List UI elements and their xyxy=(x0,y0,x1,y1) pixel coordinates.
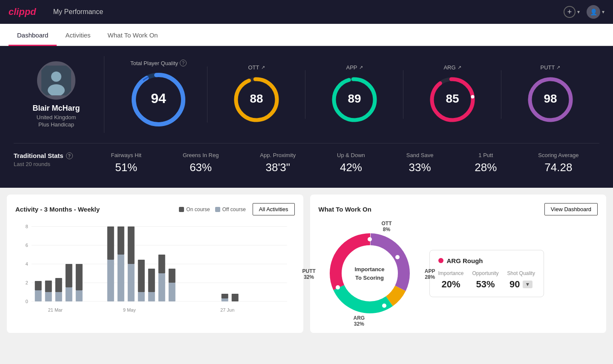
app-value: 89 xyxy=(348,92,361,105)
app-gauge-svg: 89 xyxy=(329,74,380,125)
tpq-info-icon[interactable]: ? xyxy=(180,60,187,66)
hero-section: Blair McHarg United Kingdom Plus Handica… xyxy=(0,46,613,188)
svg-rect-43 xyxy=(148,292,155,301)
stat-sandsave: Sand Save 33% xyxy=(406,152,434,174)
svg-point-63 xyxy=(336,285,340,289)
svg-rect-45 xyxy=(158,273,165,301)
svg-text:6: 6 xyxy=(26,243,28,248)
svg-rect-32 xyxy=(66,264,72,287)
svg-rect-40 xyxy=(128,226,135,264)
tab-dashboard[interactable]: Dashboard xyxy=(9,24,57,46)
stat-sandsave-value: 33% xyxy=(409,161,431,174)
stat-proximity: App. Proximity 38'3" xyxy=(260,152,296,174)
gauge-ott: OTT ↗ 88 xyxy=(207,64,305,125)
arg-importance-label: Importance xyxy=(438,270,464,276)
svg-rect-29 xyxy=(55,292,62,301)
segment-label-app: APP 28% xyxy=(425,268,435,280)
divider-vertical xyxy=(104,56,104,133)
donut-chart-container: Importance To Scoring OTT 8% APP 28% xyxy=(319,222,421,324)
user-menu-button[interactable]: 👤 ▾ xyxy=(587,5,604,19)
chart-legend: On course Off course xyxy=(179,206,246,212)
arg-metrics: Importance 20% Opportunity 53% Shot Qual… xyxy=(438,270,535,290)
gauge-arg: ARG ↗ 85 xyxy=(403,64,501,125)
stats-subtitle: Last 20 rounds xyxy=(14,161,90,167)
stat-updown: Up & Down 42% xyxy=(337,152,365,174)
stat-updown-label: Up & Down xyxy=(337,152,365,158)
svg-rect-34 xyxy=(76,264,83,290)
tpq-gauge-svg: 94 xyxy=(129,70,188,129)
player-country: United Kingdom xyxy=(37,114,76,120)
putt-trend-icon: ↗ xyxy=(556,65,560,70)
stat-1putt: 1 Putt 28% xyxy=(475,152,497,174)
svg-rect-48 xyxy=(169,269,176,283)
app-header: clippd My Performance + ▾ 👤 ▾ xyxy=(0,0,613,24)
stat-updown-value: 42% xyxy=(340,161,362,174)
plus-icon: + xyxy=(564,6,576,18)
svg-rect-47 xyxy=(169,283,176,301)
segment-label-arg: ARG 32% xyxy=(354,315,365,327)
svg-rect-46 xyxy=(158,255,165,273)
putt-label: PUTT ↗ xyxy=(541,64,561,71)
svg-rect-33 xyxy=(76,290,83,301)
svg-rect-30 xyxy=(55,278,62,292)
svg-text:0: 0 xyxy=(26,299,28,304)
arg-label: ARG ↗ xyxy=(443,64,461,71)
svg-rect-52 xyxy=(232,294,239,301)
stat-1putt-value: 28% xyxy=(475,161,497,174)
stats-title: Traditional Stats ? xyxy=(14,152,90,159)
svg-rect-44 xyxy=(148,269,155,292)
arg-shotquality-badge: ▼ xyxy=(523,281,533,288)
player-avatar xyxy=(37,61,75,100)
app-logo: clippd xyxy=(9,6,36,17)
stat-1putt-label: 1 Putt xyxy=(478,152,493,158)
arg-metric-shotquality: Shot Quality 90 ▼ xyxy=(507,270,535,290)
svg-rect-26 xyxy=(35,281,42,290)
legend-off-course-dot xyxy=(215,207,220,212)
arg-opportunity-value: 53% xyxy=(476,279,495,290)
svg-rect-41 xyxy=(138,292,145,301)
ott-label: OTT ↗ xyxy=(248,64,265,71)
activity-chart-panel: Activity - 3 Months - Weekly On course O… xyxy=(7,195,303,333)
player-handicap: Plus Handicap xyxy=(38,121,74,128)
gauge-putt: PUTT ↗ 98 xyxy=(501,64,599,125)
stats-row: Traditional Stats ? Last 20 rounds Fairw… xyxy=(14,143,599,174)
svg-rect-37 xyxy=(118,255,124,301)
header-title: My Performance xyxy=(53,8,103,16)
stat-scoring-label: Scoring Average xyxy=(538,152,578,158)
svg-point-60 xyxy=(368,237,372,241)
legend-on-course-label: On course xyxy=(186,206,210,212)
stats-items: Fairways Hit 51% Greens In Reg 63% App. … xyxy=(90,152,599,174)
arg-metric-importance: Importance 20% xyxy=(438,270,464,290)
arg-gauge-svg: 85 xyxy=(427,74,478,125)
tab-what-to-work-on[interactable]: What To Work On xyxy=(99,24,167,46)
arg-value: 85 xyxy=(446,92,459,105)
svg-text:9 May: 9 May xyxy=(123,307,136,312)
stats-info-icon[interactable]: ? xyxy=(66,152,73,159)
arg-trend-icon: ↗ xyxy=(458,65,461,70)
arg-importance-value: 20% xyxy=(441,279,460,290)
putt-value: 98 xyxy=(544,92,557,105)
all-activities-button[interactable]: All Activities xyxy=(253,203,295,215)
user-dropdown-arrow: ▾ xyxy=(602,9,604,15)
arg-opportunity-label: Opportunity xyxy=(472,270,499,276)
gauge-tpq: Total Player Quality ? 94 xyxy=(109,60,207,129)
stat-fairways-label: Fairways Hit xyxy=(111,152,141,158)
arg-card: ARG Rough Importance 20% Opportunity 53%… xyxy=(429,250,544,297)
stat-scoring-value: 74.28 xyxy=(544,161,572,174)
ott-trend-icon: ↗ xyxy=(261,65,265,70)
stat-fairways-value: 51% xyxy=(115,161,137,174)
segment-label-ott: OTT 8% xyxy=(382,221,392,232)
tab-activities[interactable]: Activities xyxy=(57,24,99,46)
chart-header: Activity - 3 Months - Weekly On course O… xyxy=(15,203,295,215)
svg-rect-38 xyxy=(118,226,124,255)
add-button[interactable]: + ▾ xyxy=(564,6,580,18)
player-gauges-row: Blair McHarg United Kingdom Plus Handica… xyxy=(14,56,599,133)
svg-rect-31 xyxy=(66,287,72,301)
arg-shotquality-value: 90 xyxy=(509,279,520,290)
arg-shotquality-label: Shot Quality xyxy=(507,270,535,276)
header-actions: + ▾ 👤 ▾ xyxy=(564,5,604,19)
svg-text:21 Mar: 21 Mar xyxy=(48,307,63,312)
legend-on-course: On course xyxy=(179,206,210,212)
nav-tabs: Dashboard Activities What To Work On xyxy=(0,24,613,46)
view-dashboard-button[interactable]: View Dashboard xyxy=(544,203,598,215)
